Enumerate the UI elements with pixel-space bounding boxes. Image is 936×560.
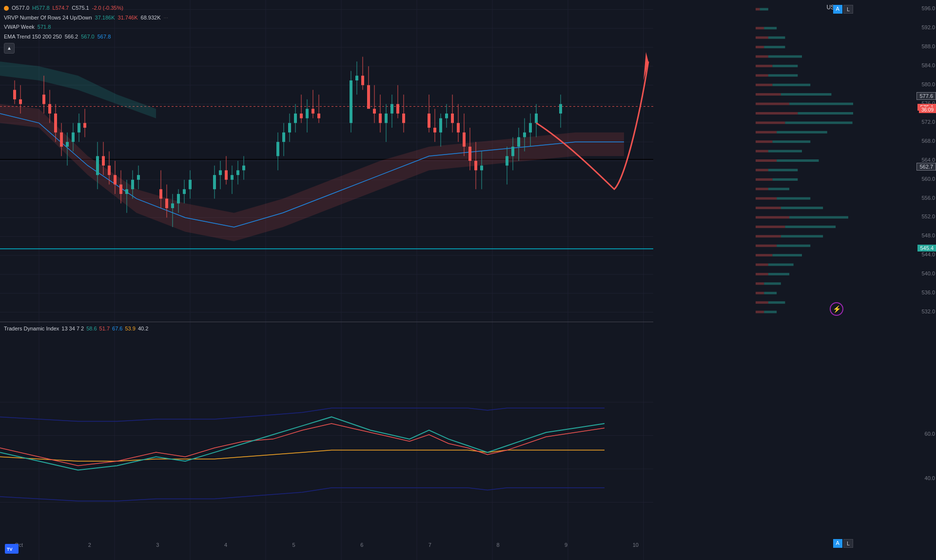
svg-rect-5 [768, 37, 785, 39]
svg-rect-59 [764, 292, 777, 294]
tdi-v5: 40.2 [138, 326, 148, 331]
svg-rect-22 [756, 121, 785, 124]
indicator-canvas [0, 322, 653, 560]
svg-rect-43 [789, 216, 848, 218]
price-tick-596: 596.0 [855, 5, 935, 11]
svg-rect-36 [756, 188, 768, 190]
svg-rect-11 [773, 65, 798, 67]
panel-divider [0, 322, 653, 322]
ind-tick-40: 40.0 [855, 475, 935, 481]
svg-rect-18 [756, 103, 789, 105]
svg-rect-57 [764, 282, 781, 285]
svg-rect-50 [756, 254, 773, 256]
ema-v3: 567.8 [98, 33, 111, 41]
svg-rect-45 [785, 226, 836, 228]
tdi-v1: 58.6 [86, 326, 97, 331]
price-tick-556: 556.0 [855, 195, 935, 201]
indicator-scale: 60.040.0 [853, 322, 936, 560]
svg-rect-30 [756, 159, 777, 162]
svg-text:TV: TV [7, 547, 13, 552]
tdi-v3: 67.6 [112, 326, 122, 331]
ema-v2: 567.0 [81, 33, 95, 41]
chart-container: USDT▼ O577.0 H577.8 L574.7 C575.1 -2.0 (… [0, 0, 936, 560]
price-tick-564: 564.0 [855, 157, 935, 163]
svg-rect-26 [756, 140, 773, 143]
vwap-val: 571.8 [38, 23, 51, 32]
svg-rect-33 [768, 169, 798, 171]
svg-rect-52 [756, 264, 768, 266]
svg-rect-61 [768, 301, 785, 304]
svg-rect-24 [756, 131, 777, 134]
lightning-icon[interactable]: ⚡ [830, 302, 843, 316]
svg-rect-21 [798, 112, 853, 115]
svg-rect-8 [756, 55, 768, 58]
low-val: L574.7 [53, 4, 69, 13]
tradingview-logo: TV [5, 544, 19, 555]
svg-rect-6 [756, 46, 764, 48]
svg-rect-58 [756, 292, 764, 294]
ema-label: EMA Trend 150 200 250 [4, 33, 62, 41]
svg-rect-35 [773, 178, 798, 181]
price-tick-544: 544.0 [855, 251, 935, 257]
price-tick-532: 532.0 [855, 309, 935, 314]
price-tick-592: 592.0 [855, 24, 935, 30]
svg-rect-55 [768, 273, 789, 275]
x-tick-6: 6 [360, 542, 363, 548]
svg-rect-12 [756, 74, 768, 77]
badge-l-ind[interactable]: L [843, 539, 853, 548]
svg-rect-39 [777, 197, 810, 200]
svg-rect-17 [781, 93, 832, 96]
svg-rect-53 [768, 264, 794, 266]
vrvp-vol: 68.932K [141, 14, 161, 22]
svg-rect-34 [756, 178, 773, 181]
ohlc-row: O577.0 H577.8 L574.7 C575.1 -2.0 (-0.35%… [4, 4, 168, 13]
x-tick-4: 4 [224, 542, 227, 548]
x-tick-8: 8 [496, 542, 499, 548]
svg-rect-28 [756, 150, 768, 153]
vrvp-down: 31.746K [118, 14, 138, 22]
svg-rect-47 [781, 235, 823, 237]
svg-rect-29 [768, 150, 802, 153]
svg-rect-42 [756, 216, 789, 218]
svg-rect-16 [756, 93, 781, 96]
open-val: 577.0 [16, 5, 30, 11]
vrvp-dots: ··· [164, 14, 168, 22]
tdi-v2: 51.7 [99, 326, 110, 331]
vwap-label: VWAP Week [4, 23, 35, 32]
ind-tick-60: 60.0 [855, 431, 935, 437]
svg-rect-32 [756, 169, 768, 171]
price-scale: 596.0592.0588.0584.0580.0576.0572.0568.0… [853, 0, 936, 322]
price-tick-568: 568.0 [855, 138, 935, 144]
tdi-label-row: Traders Dynamic Index 13 34 7 2 58.6 51.… [4, 326, 148, 331]
svg-rect-23 [785, 121, 852, 124]
svg-rect-2 [756, 27, 764, 29]
header-info: O577.0 H577.8 L574.7 C575.1 -2.0 (-0.35%… [4, 4, 168, 54]
tdi-v4: 53.9 [125, 326, 135, 331]
price-tick-580: 580.0 [855, 81, 935, 87]
svg-rect-44 [756, 226, 785, 228]
svg-rect-31 [777, 159, 819, 162]
price-tick-572: 572.0 [855, 119, 935, 125]
svg-rect-7 [764, 46, 785, 48]
x-axis: Oct 2 3 4 5 6 7 8 9 10 [0, 542, 653, 548]
indicator-badges: A L [833, 539, 853, 548]
svg-rect-27 [773, 140, 811, 143]
high-val: H577.8 [32, 4, 49, 13]
x-tick-2: 2 [88, 542, 91, 548]
svg-rect-3 [764, 27, 777, 29]
svg-rect-62 [756, 311, 764, 313]
collapse-button[interactable]: ▲ [4, 43, 15, 54]
svg-rect-9 [768, 55, 802, 58]
svg-rect-40 [756, 207, 781, 209]
symbol-dot [4, 6, 9, 11]
svg-rect-41 [781, 207, 823, 209]
ema-row: EMA Trend 150 200 250 566.2 567.0 567.8 [4, 33, 168, 41]
svg-rect-10 [756, 65, 773, 67]
badge-a-ind[interactable]: A [833, 539, 842, 548]
price-tick-552: 552.0 [855, 213, 935, 219]
tdi-title: Traders Dynamic Index [4, 326, 59, 331]
svg-rect-0 [756, 8, 760, 10]
price-tick-584: 584.0 [855, 62, 935, 68]
svg-rect-25 [777, 131, 827, 134]
ema-v1: 566.2 [65, 33, 78, 41]
